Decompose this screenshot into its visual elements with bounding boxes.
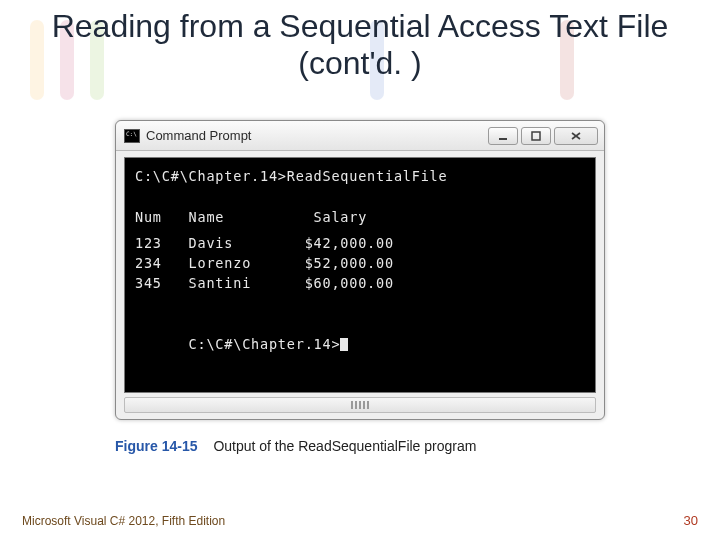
svg-rect-1 <box>532 132 540 140</box>
console-blank <box>135 186 585 206</box>
command-prompt-icon <box>124 129 140 143</box>
close-icon <box>570 131 582 141</box>
horizontal-scrollbar[interactable] <box>124 397 596 413</box>
svg-rect-0 <box>499 138 507 140</box>
maximize-button[interactable] <box>521 127 551 145</box>
figure-label: Figure 14-15 <box>115 438 197 454</box>
console-prompt-line: C:\C#\Chapter.14> <box>135 314 585 375</box>
page-number: 30 <box>684 513 698 528</box>
console-data-row: 123 Davis $42,000.00 <box>135 233 585 253</box>
cursor-icon <box>340 338 348 351</box>
console-prompt-text: C:\C#\Chapter.14> <box>189 336 341 352</box>
console-data-row: 234 Lorenzo $52,000.00 <box>135 253 585 273</box>
footer-book-title: Microsoft Visual C# 2012, Fifth Edition <box>22 514 225 528</box>
minimize-icon <box>498 131 508 141</box>
console-blank <box>135 294 585 314</box>
command-prompt-window: Command Prompt C:\C#\Chapter.14>ReadSeq <box>115 120 605 420</box>
window-controls <box>488 127 598 145</box>
window-title-text: Command Prompt <box>146 128 488 143</box>
close-button[interactable] <box>554 127 598 145</box>
window-titlebar: Command Prompt <box>116 121 604 151</box>
console-data-row: 345 Santini $60,000.00 <box>135 273 585 293</box>
figure-caption: Figure 14-15 Output of the ReadSequentia… <box>115 438 605 454</box>
console-line-command: C:\C#\Chapter.14>ReadSequentialFile <box>135 166 585 186</box>
scroll-grip-icon <box>346 401 374 409</box>
console-output: C:\C#\Chapter.14>ReadSequentialFile Num … <box>124 157 596 393</box>
console-header-row: Num Name Salary <box>135 207 585 227</box>
maximize-icon <box>531 131 541 141</box>
slide-title: Reading from a Sequential Access Text Fi… <box>0 8 720 82</box>
figure-caption-text: Output of the ReadSequentialFile program <box>213 438 476 454</box>
minimize-button[interactable] <box>488 127 518 145</box>
